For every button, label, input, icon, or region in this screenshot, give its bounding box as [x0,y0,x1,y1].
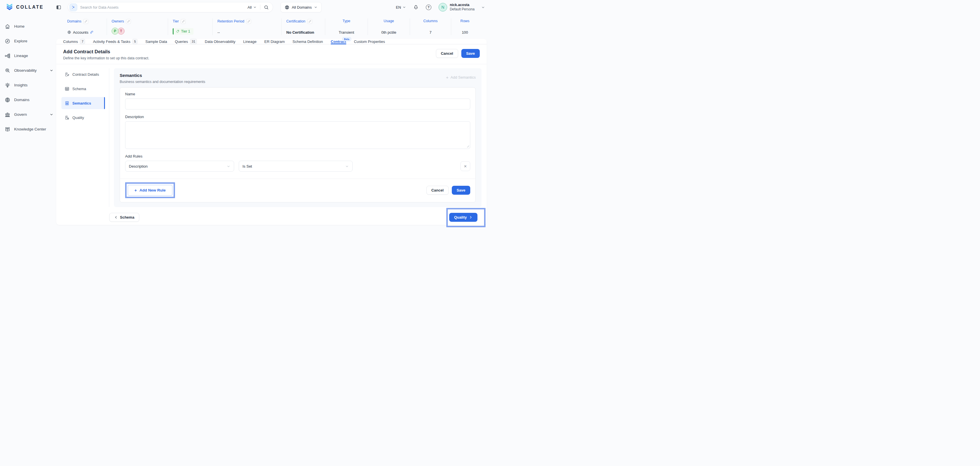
add-semantics-button[interactable]: + Add Semantics [446,75,476,79]
sidebar-item-home[interactable]: Home [5,19,53,34]
meta-domains: Domains Accounts [62,18,107,35]
panel-subtitle: Business semantics and documentation req… [120,80,205,84]
tab-label: Activity Feeds & Tasks [93,40,130,44]
cancel-button[interactable]: Cancel [436,49,458,58]
rule-field-select[interactable]: Description [125,161,234,172]
pencil-icon [127,20,130,23]
topbar-right: EN ? N nick.acosta Default Persona [396,3,485,12]
tab-schema-definition[interactable]: Schema Definition [293,39,323,44]
tab-queries[interactable]: Queries31 [175,39,197,44]
step-schema[interactable]: Schema [61,82,105,95]
remove-rule-button[interactable]: ✕ [460,161,470,171]
sidebar-toggle-icon[interactable] [56,5,61,10]
name-label: Name [125,92,470,96]
global-search[interactable]: All [68,2,273,13]
edit-certification-button[interactable] [307,19,312,24]
chevron-down-icon [402,5,406,9]
notifications-bell-icon[interactable] [413,5,418,10]
edit-retention-button[interactable] [246,19,251,24]
form-cancel-button[interactable]: Cancel [426,186,449,195]
sidebar-item-label: Lineage [14,54,28,58]
edit-tier-button[interactable] [181,19,186,24]
sidebar-item-lineage[interactable]: Lineage [5,48,53,63]
sidebar-item-label: Explore [14,39,27,43]
table-icon [65,86,70,91]
tab-custom-properties[interactable]: Custom Properties [354,39,385,44]
tier-badge[interactable]: Tier 1 [173,28,194,35]
contract-steps-nav: Contract Details Schema Semantics Qualit… [61,68,109,207]
step-semantics[interactable]: Semantics [61,97,105,109]
tag-icon [176,30,179,33]
search-scope-label: All [248,5,252,10]
chevron-right-icon [469,216,473,219]
edit-owners-button[interactable] [126,19,131,24]
tab-data-observability[interactable]: Data Observability [205,39,235,44]
observability-icon [5,68,10,73]
search-input[interactable] [80,5,248,10]
certification-value: No Certification [286,30,322,35]
contract-header: Add Contract Details Define the key info… [56,44,487,64]
pencil-icon [84,20,88,23]
all-domains-dropdown[interactable]: All Domains [280,2,321,13]
form-save-button[interactable]: Save [452,186,470,195]
tab-activity-feeds-tasks[interactable]: Activity Feeds & Tasks5 [93,39,138,44]
domain-link[interactable]: Accounts [73,30,88,35]
meta-label: Domains [67,19,81,23]
avatar[interactable]: P [111,28,118,35]
chevron-down-icon [227,165,231,168]
tab-contract[interactable]: ContractBeta [331,39,346,44]
chevron-down-icon [314,5,317,9]
chevron-left-icon [114,216,118,219]
edit-domains-button[interactable] [83,19,88,24]
step-quality[interactable]: Quality [61,111,105,124]
chevron-down-icon [253,5,257,9]
step-contract-details[interactable]: Contract Details [61,68,105,80]
meta-label: Retention Period [217,19,244,23]
globe-icon [285,5,290,10]
usage-value: 0th pctile [381,30,396,35]
add-semantics-label: Add Semantics [451,75,476,79]
sidebar-item-label: Knowledge Center [14,127,46,132]
tab-label: ER Diagram [264,40,285,44]
ai-sparkle-icon[interactable] [70,3,77,11]
sidebar-item-govern[interactable]: Govern [5,107,53,122]
description-textarea[interactable] [125,121,470,149]
collate-logo: COLLATE [5,3,55,11]
tab-columns[interactable]: Columns7 [63,39,85,44]
tab-label: Schema Definition [293,40,323,44]
main-content: Domains Accounts Owners P T [56,14,490,233]
save-button[interactable]: Save [461,49,480,58]
name-input[interactable] [125,98,470,109]
retention-value: -- [217,30,278,35]
next-step-button[interactable]: Quality [449,213,477,222]
search-scope-dropdown[interactable]: All [248,5,257,10]
sidebar-item-explore[interactable]: Explore [5,34,53,48]
tab-er-diagram[interactable]: ER Diagram [264,39,285,44]
tab-sample-data[interactable]: Sample Data [145,39,167,44]
file-check-icon [65,115,70,120]
step-label: Schema [72,87,86,91]
language-dropdown[interactable]: EN [396,5,406,10]
avatar[interactable]: T [118,28,124,35]
help-icon[interactable]: ? [426,5,431,10]
previous-step-button[interactable]: Schema [109,213,139,222]
rule-operator-select[interactable]: Is Set [239,161,353,172]
lineage-icon [5,53,10,59]
add-new-rule-button[interactable]: + Add New Rule [128,185,172,195]
meta-owners: Owners P T [107,18,168,35]
columns-value: 7 [429,30,431,35]
page-subtitle: Define the key information to set up thi… [63,56,150,60]
sidebar-item-observability[interactable]: Observability [5,63,53,78]
user-menu[interactable]: N nick.acosta Default Persona [439,3,485,12]
sidebar-item-insights[interactable]: Insights [5,78,53,92]
sidebar-item-domains[interactable]: Domains [5,92,53,107]
tab-label: Lineage [243,40,257,44]
sidebar-item-knowledge-center[interactable]: Knowledge Center [5,122,53,136]
govern-bank-icon [5,112,10,117]
search-icon[interactable] [264,5,269,10]
meta-type: Type Transient [325,18,368,35]
owner-avatars[interactable]: P T [111,28,165,35]
previous-step-label: Schema [120,215,134,219]
meta-label: Tier [173,19,179,23]
tab-lineage[interactable]: Lineage [243,39,257,44]
